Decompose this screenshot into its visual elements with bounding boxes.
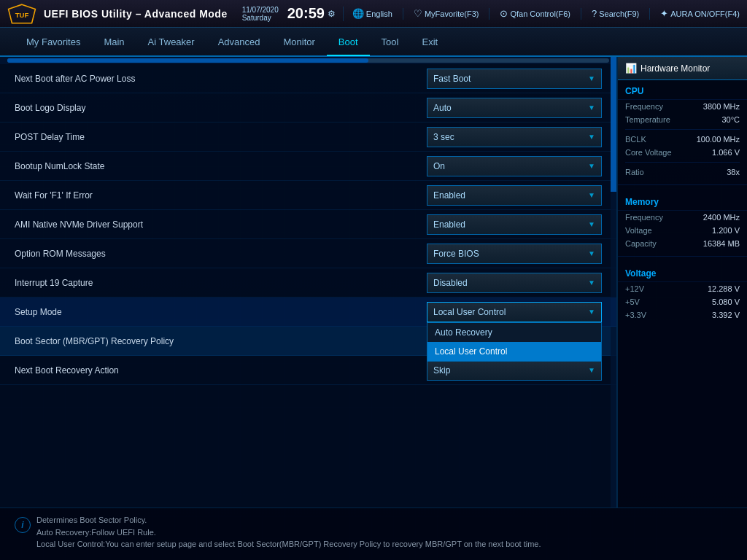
option-local-user-control[interactable]: Local User Control (427, 342, 601, 361)
chevron-down-icon: ▼ (588, 191, 595, 199)
menu-my-favorites[interactable]: My Favorites (15, 29, 92, 55)
menu-main[interactable]: Main (92, 29, 136, 55)
label-boot-logo: Boot Logo Display (15, 103, 427, 113)
app-title: UEFI BIOS Utility – Advanced Mode (44, 8, 228, 20)
hw-section-cpu: CPU (618, 80, 747, 100)
settings-panel: Next Boot after AC Power Loss Fast Boot … (0, 57, 617, 508)
hw-section-voltage: Voltage (618, 262, 747, 282)
hardware-monitor: 📊 Hardware Monitor CPU Frequency 3800 MH… (617, 57, 747, 508)
label-wait-f1: Wait For 'F1' If Error (15, 190, 427, 201)
value-post-delay: 3 sec ▼ (427, 127, 602, 147)
value-boot-logo: Auto ▼ (427, 98, 602, 118)
fan-icon: ⊙ (500, 8, 508, 19)
label-setup-mode: Setup Mode (15, 307, 427, 317)
menu-exit[interactable]: Exit (410, 29, 449, 55)
menu-tool[interactable]: Tool (370, 29, 411, 55)
top-nav: 🌐 English ♡ MyFavorite(F3) ⊙ Qfan Contro… (352, 8, 740, 20)
setting-row-numlock: Bootup NumLock State On ▼ (0, 152, 616, 181)
setting-row-ami-nvme: AMI Native NVMe Driver Support Enabled ▼ (0, 210, 616, 239)
qfan-btn[interactable]: ⊙ Qfan Control(F6) (500, 8, 570, 19)
hw-row-mem-capacity: Capacity 16384 MB (618, 237, 747, 250)
info-text: Determines Boot Sector Policy. Auto Reco… (36, 514, 732, 551)
hw-monitor-title: 📊 Hardware Monitor (618, 57, 747, 80)
dropdown-boot-logo[interactable]: Auto ▼ (427, 98, 602, 118)
chevron-down-icon: ▼ (588, 366, 595, 374)
option-auto-recovery[interactable]: Auto Recovery (427, 323, 601, 342)
label-next-boot-recovery: Next Boot Recovery Action (15, 365, 427, 376)
value-next-boot-recovery: Skip ▼ (427, 360, 602, 381)
chevron-down-icon: ▼ (588, 220, 595, 228)
hw-row-temperature: Temperature 30°C (618, 113, 747, 126)
aura-btn[interactable]: ✦ AURA ON/OFF(F4) (660, 8, 740, 19)
setup-mode-dropdown-popup: Auto Recovery Local User Control (427, 322, 602, 362)
tuf-logo: TUF (7, 3, 36, 25)
setting-row-next-boot-ac: Next Boot after AC Power Loss Fast Boot … (0, 64, 616, 93)
chevron-down-icon: ▼ (588, 74, 595, 82)
hw-row-mem-voltage: Voltage 1.200 V (618, 224, 747, 237)
hw-row-12v: +12V 12.288 V (618, 282, 747, 295)
setting-row-interrupt19: Interrupt 19 Capture Disabled ▼ (0, 268, 616, 298)
dropdown-interrupt19[interactable]: Disabled ▼ (427, 273, 602, 293)
chevron-down-icon: ▼ (588, 249, 595, 257)
label-numlock: Bootup NumLock State (15, 161, 427, 171)
hw-row-5v: +5V 5.080 V (618, 295, 747, 308)
scrollbar[interactable] (611, 57, 616, 508)
info-icon: i (15, 517, 31, 533)
my-favorite-btn[interactable]: ♡ MyFavorite(F3) (414, 8, 479, 19)
heart-icon: ♡ (414, 8, 422, 19)
menu-advanced[interactable]: Advanced (206, 29, 272, 55)
setting-row-boot-logo: Boot Logo Display Auto ▼ (0, 93, 616, 122)
dropdown-wait-f1[interactable]: Enabled ▼ (427, 185, 602, 206)
value-next-boot-ac: Fast Boot ▼ (427, 69, 602, 89)
label-option-rom: Option ROM Messages (15, 249, 427, 259)
chevron-down-icon: ▼ (588, 162, 595, 170)
label-boot-sector: Boot Sector (MBR/GPT) Recovery Policy (15, 336, 427, 346)
value-numlock: On ▼ (427, 156, 602, 176)
globe-icon: 🌐 (352, 8, 364, 19)
menu-bar: My Favorites Main Ai Tweaker Advanced Mo… (0, 28, 747, 57)
dropdown-option-rom[interactable]: Force BIOS ▼ (427, 244, 602, 264)
label-ami-nvme: AMI Native NVMe Driver Support (15, 219, 427, 230)
search-icon: ? (592, 8, 597, 19)
time-display: 20:59 ⚙ (287, 5, 336, 22)
chevron-down-icon: ▼ (588, 279, 595, 287)
setting-row-wait-f1: Wait For 'F1' If Error Enabled ▼ (0, 181, 616, 210)
setting-row-option-rom: Option ROM Messages Force BIOS ▼ (0, 239, 616, 268)
top-bar: TUF UEFI BIOS Utility – Advanced Mode 11… (0, 0, 747, 28)
hw-row-mem-frequency: Frequency 2400 MHz (618, 211, 747, 224)
chevron-down-icon: ▼ (588, 104, 595, 112)
chevron-down-icon: ▼ (588, 133, 595, 141)
value-ami-nvme: Enabled ▼ (427, 214, 602, 235)
dropdown-numlock[interactable]: On ▼ (427, 156, 602, 176)
dropdown-next-boot-ac[interactable]: Fast Boot ▼ (427, 69, 602, 89)
chevron-down-icon: ▼ (588, 308, 595, 316)
hw-row-frequency: Frequency 3800 MHz (618, 100, 747, 113)
setting-row-post-delay: POST Delay Time 3 sec ▼ (0, 122, 616, 152)
value-interrupt19: Disabled ▼ (427, 273, 602, 293)
search-btn[interactable]: ? Search(F9) (592, 8, 639, 19)
dropdown-post-delay[interactable]: 3 sec ▼ (427, 127, 602, 147)
main-area: Next Boot after AC Power Loss Fast Boot … (0, 57, 747, 508)
dropdown-next-boot-recovery[interactable]: Skip ▼ (427, 360, 602, 381)
hw-row-core-voltage: Core Voltage 1.066 V (618, 146, 747, 159)
monitor-icon: 📊 (625, 63, 637, 74)
value-option-rom: Force BIOS ▼ (427, 244, 602, 264)
hw-row-bclk: BCLK 100.00 MHz (618, 133, 747, 146)
aura-icon: ✦ (660, 8, 668, 19)
setting-row-setup-mode: Setup Mode Local User Control ▼ Auto Rec… (0, 298, 616, 327)
value-wait-f1: Enabled ▼ (427, 185, 602, 206)
info-area: i Determines Boot Sector Policy. Auto Re… (0, 508, 747, 560)
label-interrupt19: Interrupt 19 Capture (15, 278, 427, 288)
menu-monitor[interactable]: Monitor (272, 29, 327, 55)
dropdown-ami-nvme[interactable]: Enabled ▼ (427, 214, 602, 235)
menu-ai-tweaker[interactable]: Ai Tweaker (136, 29, 206, 55)
language-selector[interactable]: 🌐 English (352, 8, 392, 19)
hw-section-memory: Memory (618, 191, 747, 211)
settings-icon[interactable]: ⚙ (328, 9, 336, 19)
dropdown-setup-mode[interactable]: Local User Control ▼ (427, 302, 602, 322)
label-post-delay: POST Delay Time (15, 132, 427, 142)
datetime: 11/07/2020 Saturday (242, 6, 279, 22)
scroll-thumb (611, 57, 616, 192)
hw-row-ratio: Ratio 38x (618, 166, 747, 179)
menu-boot[interactable]: Boot (327, 29, 370, 56)
